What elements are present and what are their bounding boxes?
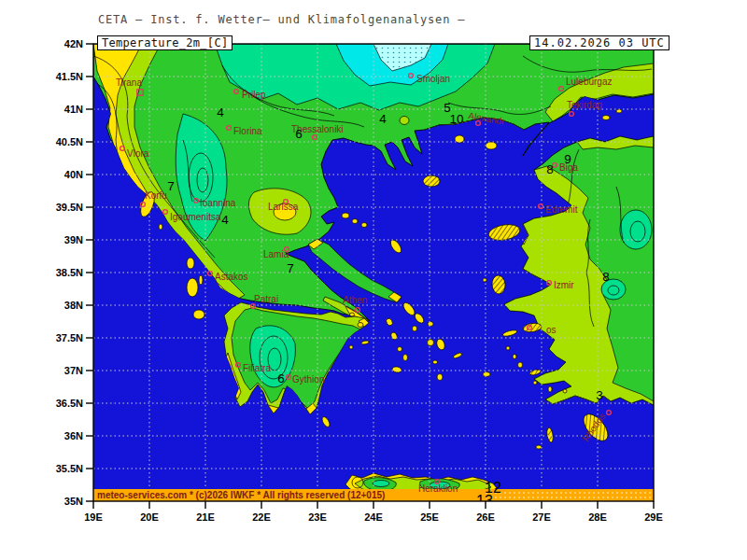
city-label-prilep: Prilep	[242, 90, 266, 100]
lat-tick-label: 42N	[64, 38, 83, 49]
lat-tick-label: 37.5N	[56, 332, 83, 343]
city-label-gythion: Gythion	[292, 374, 324, 385]
city-label-edremit: Edremit	[545, 204, 578, 215]
city-label-luleburgaz: Luleburgaz	[566, 77, 612, 87]
city-label-filiatra: Filiatra	[243, 363, 271, 373]
lon-tick-label: 24E	[364, 511, 383, 523]
map-canvas: meteo-services.com * (c)2026 IWKF * All …	[0, 0, 747, 560]
city-label-tekirdag: Tekirdag	[567, 100, 602, 110]
contour-label: 6	[277, 371, 285, 385]
map-area: meteo-services.com * (c)2026 IWKF * All …	[93, 44, 654, 509]
lon-tick-label: 19E	[84, 511, 103, 523]
contour-label: 4	[217, 105, 224, 119]
lat-tick-label: 37N	[64, 365, 83, 376]
contour-label: 4	[379, 112, 387, 126]
lon-tick-label: 20E	[140, 511, 159, 523]
variable-label-box: Temperature_2m_[C]	[97, 35, 233, 50]
lon-tick-label: 26E	[476, 511, 495, 523]
lon-tick-label: 22E	[252, 511, 271, 523]
datetime-box: 14.02.2026 03 UTC	[529, 35, 669, 50]
city-label-smoljan: Smoljan	[416, 74, 450, 84]
watermark-text: meteo-services.com * (c)2026 IWKF * All …	[97, 490, 385, 500]
city-label-patrai: Patrai	[254, 294, 278, 304]
city-label-korfu: Korfu	[145, 190, 167, 201]
city-label-os: os	[546, 325, 557, 335]
lat-tick-label: 36.5N	[56, 398, 83, 409]
lon-tick-label: 27E	[532, 511, 551, 523]
city-label-vlora: Vlora	[127, 148, 149, 159]
lon-tick-label: 21E	[196, 511, 215, 523]
city-label-igoumenitsa: Igoumenitsa	[170, 212, 221, 222]
lat-tick-label: 38N	[64, 300, 83, 311]
city-label-astakos: Astakos	[215, 272, 248, 282]
contour-label: 7	[167, 179, 175, 193]
lon-tick-label: 28E	[588, 511, 607, 523]
lon-tick-label: 29E	[644, 511, 663, 523]
city-label-lamia: Lamia	[263, 249, 289, 259]
city-label-tirana: Tirana	[116, 77, 142, 88]
lat-tick-label: 38.5N	[56, 267, 83, 278]
lat-tick-label: 41.5N	[56, 71, 83, 82]
city-label-ioannina: Ioannina	[200, 198, 236, 208]
lat-tick-label: 35.5N	[56, 463, 83, 474]
lat-tick-label: 35N	[64, 496, 83, 507]
city-label-izmir: Izmir	[554, 280, 574, 290]
contour-label: 10	[449, 112, 463, 126]
lat-tick-label: 40.5N	[56, 136, 83, 147]
contour-label: 4	[221, 213, 229, 227]
lat-tick-label: 39.5N	[56, 202, 83, 213]
watermark-bar: meteo-services.com * (c)2026 IWKF * All …	[93, 489, 654, 501]
lat-tick-label: 36N	[64, 430, 83, 441]
city-label-larissa: Larissa	[268, 202, 299, 212]
lat-tick-label: 40N	[64, 169, 83, 180]
lon-tick-label: 23E	[308, 511, 327, 523]
city-label-florina: Florina	[233, 126, 262, 136]
contour-label: 8	[546, 162, 554, 176]
contour-label: 7	[287, 261, 294, 275]
lon-tick-label: 25E	[420, 511, 439, 523]
lat-tick-label: 39N	[64, 234, 83, 245]
city-label-athen: Athen	[343, 295, 367, 305]
contour-label: 6	[295, 127, 303, 141]
contour-label: 8	[602, 270, 610, 284]
lat-tick-label: 41N	[64, 104, 83, 115]
weather-map-page: CETA – Inst. f. Wetter– und Klimafolgena…	[0, 0, 747, 560]
contour-label: 3	[596, 388, 603, 402]
city-label-heraklion: Heraklion	[418, 483, 458, 494]
contour-label: 9	[564, 152, 571, 166]
